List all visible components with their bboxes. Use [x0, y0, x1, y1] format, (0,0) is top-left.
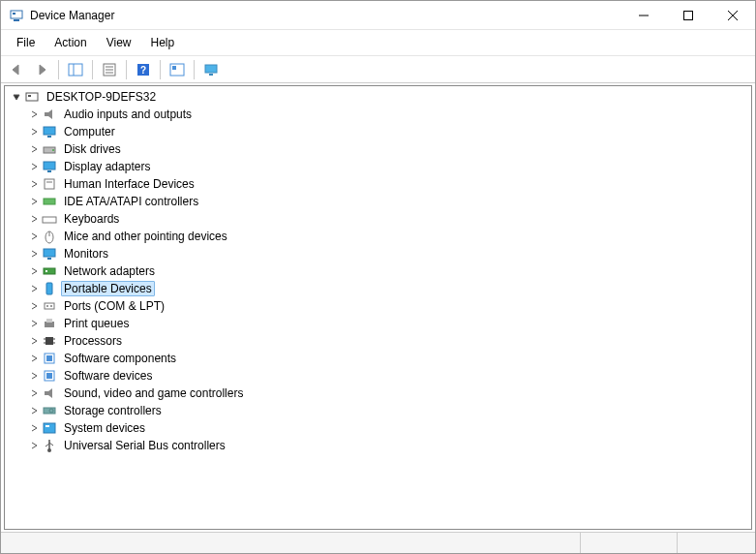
expand-icon[interactable] [26, 141, 42, 157]
tree-item-label: Mice and other pointing devices [61, 230, 230, 243]
tree-item[interactable]: Sound, video and game controllers [5, 385, 751, 402]
tree-item-label: System devices [61, 421, 148, 435]
help-button[interactable]: ? [132, 59, 155, 80]
status-cell [678, 533, 755, 553]
expand-icon[interactable] [9, 89, 24, 105]
tree-item[interactable]: Disk drives [5, 140, 751, 158]
expand-icon[interactable] [26, 263, 42, 279]
expand-icon[interactable] [26, 246, 42, 262]
tree-item-label: Human Interface Devices [61, 177, 197, 191]
expand-icon[interactable] [26, 194, 42, 209]
show-hide-tree-button[interactable] [64, 59, 87, 80]
tree-item[interactable]: Monitors [5, 245, 751, 262]
tree-item[interactable]: System devices [5, 419, 751, 437]
expand-icon[interactable] [26, 351, 42, 366]
tree-item-label: Disk drives [61, 142, 124, 156]
toolbar-separator [126, 60, 127, 79]
tree-item-label: Storage controllers [61, 404, 165, 417]
tree-item-label: Computer [61, 125, 118, 138]
svg-rect-40 [45, 270, 47, 272]
window-title: Device Manager [30, 9, 621, 22]
scan-hardware-button[interactable] [166, 59, 189, 80]
tree-item-label: Sound, video and game controllers [61, 386, 246, 400]
tree-item-label: Universal Serial Bus controllers [61, 439, 228, 452]
toolbar: ? [1, 56, 755, 83]
sw-icon [42, 368, 57, 384]
svg-rect-23 [47, 136, 51, 138]
tree-item[interactable]: Ports (COM & LPT) [5, 297, 751, 315]
svg-rect-55 [46, 373, 52, 379]
tree-item[interactable]: Audio inputs and outputs [5, 106, 751, 123]
expand-icon[interactable] [26, 298, 42, 314]
tree-item[interactable]: IDE ATA/ATAPI controllers [5, 193, 751, 210]
toolbar-separator [194, 60, 195, 79]
expand-icon[interactable] [26, 281, 42, 296]
speaker-icon [42, 385, 57, 401]
expand-icon[interactable] [26, 107, 42, 122]
monitor-button[interactable] [199, 59, 223, 80]
device-tree[interactable]: DESKTOP-9DEFS32Audio inputs and outputsC… [4, 85, 752, 530]
svg-rect-53 [46, 355, 52, 361]
tree-item-label: Software components [61, 352, 179, 365]
tree-item[interactable]: Software devices [5, 367, 751, 385]
tree-item[interactable]: Human Interface Devices [5, 175, 751, 193]
printer-icon [42, 316, 57, 331]
expand-icon[interactable] [26, 229, 42, 244]
svg-rect-41 [46, 283, 52, 294]
expand-icon[interactable] [26, 124, 42, 139]
expand-icon[interactable] [26, 159, 42, 174]
svg-rect-16 [172, 66, 176, 70]
tree-item[interactable]: Computer [5, 123, 751, 140]
menubar: File Action View Help [1, 30, 755, 56]
svg-point-62 [47, 448, 51, 452]
tree-item[interactable]: Display adapters [5, 158, 751, 175]
minimize-button[interactable] [621, 1, 666, 30]
menu-action[interactable]: Action [45, 33, 96, 52]
tree-item[interactable]: Universal Serial Bus controllers [5, 437, 751, 454]
tree-item[interactable]: Print queues [5, 315, 751, 332]
tree-item[interactable]: Portable Devices [5, 280, 751, 297]
tree-item[interactable]: Network adapters [5, 262, 751, 280]
close-button[interactable] [711, 1, 755, 30]
menu-file[interactable]: File [7, 33, 45, 52]
properties-button[interactable] [98, 59, 121, 80]
svg-point-44 [50, 305, 52, 307]
keyboard-icon [42, 211, 57, 227]
tree-item[interactable]: Mice and other pointing devices [5, 228, 751, 245]
menu-view[interactable]: View [97, 33, 141, 52]
app-icon [9, 8, 24, 23]
svg-marker-21 [45, 109, 52, 119]
tree-item[interactable]: Storage controllers [5, 402, 751, 419]
svg-rect-17 [205, 65, 217, 73]
tree-item[interactable]: Software components [5, 350, 751, 367]
expand-icon[interactable] [26, 368, 42, 384]
forward-button[interactable] [30, 59, 53, 80]
expand-icon[interactable] [26, 316, 42, 331]
expand-icon[interactable] [26, 176, 42, 192]
expand-icon[interactable] [26, 438, 42, 453]
portable-icon [42, 281, 57, 296]
network-icon [42, 263, 57, 279]
tree-item[interactable]: Keyboards [5, 210, 751, 228]
statusbar [1, 532, 755, 553]
status-cell [581, 533, 678, 553]
speaker-icon [42, 107, 57, 122]
maximize-button[interactable] [666, 1, 711, 30]
expand-icon[interactable] [26, 420, 42, 436]
svg-rect-60 [45, 425, 49, 427]
tree-root[interactable]: DESKTOP-9DEFS32 [5, 88, 751, 106]
system-icon [42, 420, 57, 436]
sw-icon [42, 351, 57, 366]
expand-icon[interactable] [26, 333, 42, 349]
tree-item-label: Audio inputs and outputs [61, 108, 195, 121]
expand-icon[interactable] [26, 211, 42, 227]
tree-item[interactable]: Processors [5, 332, 751, 350]
mouse-icon [42, 229, 57, 244]
menu-help[interactable]: Help [141, 33, 185, 52]
expand-icon[interactable] [26, 403, 42, 418]
back-button[interactable] [5, 59, 28, 80]
svg-rect-4 [684, 11, 693, 19]
expand-icon[interactable] [26, 385, 42, 401]
titlebar: Device Manager [1, 1, 755, 30]
svg-rect-30 [44, 199, 55, 204]
